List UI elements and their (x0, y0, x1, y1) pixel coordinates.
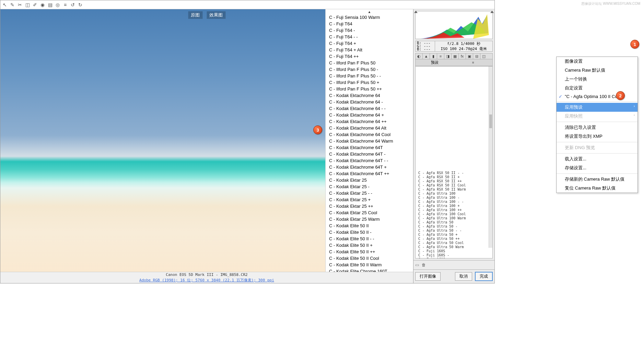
preset-item[interactable]: C - Kodak Elite 50 II + (326, 242, 413, 248)
preset-list-item[interactable]: C - Agfa Ultra 50 - - (416, 229, 492, 233)
preset-list-item[interactable]: C - Fuji 160S - (416, 253, 492, 257)
tab-split-icon[interactable]: ◨ (444, 53, 452, 59)
preset-list-item[interactable]: C - Agfa Ultra 50 - (416, 225, 492, 229)
preset-list-item[interactable]: C - Agfa Ultra 100 + (416, 204, 492, 208)
preset-list-item[interactable]: C - Agfa Ultra 100 ++ (416, 208, 492, 212)
preset-item[interactable]: C - Kodak Elite 50 II (326, 222, 413, 229)
preset-item[interactable]: C - Kodak Ektachrome 64 - (326, 99, 413, 105)
preset-item[interactable]: C - Kodak Elite 50 II Cool (326, 255, 413, 262)
rotate-cw-icon[interactable]: ↻ (78, 2, 83, 8)
preset-list-item[interactable]: C - Agfa RSX 50 II - - (416, 171, 492, 175)
pointer-icon[interactable]: ↖ (2, 2, 8, 8)
preset-item[interactable]: C - Kodak Ektar 25 + (326, 196, 413, 203)
preset-list-item[interactable]: C - Fuji 160S (416, 249, 492, 253)
preset-item[interactable]: C - Kodak Ektachrome 64 - - (326, 105, 413, 112)
tab-fx-icon[interactable]: fx (459, 53, 466, 59)
target-icon[interactable]: ◎ (55, 2, 60, 8)
crop-icon[interactable]: ✂ (17, 2, 23, 8)
preset-item[interactable]: C - Ilford Pan F Plus 50 + (326, 79, 413, 86)
brush-icon[interactable]: ✐ (32, 2, 38, 8)
preset-item[interactable]: C - Kodak Ektachrome 64 Cool (326, 131, 413, 138)
menu-load-settings[interactable]: 载入设置... (557, 155, 638, 163)
preset-list-item[interactable]: C - Agfa Ultra 50 ++ (416, 237, 492, 241)
preset-list-item[interactable]: C - Agfa Ultra 50 (416, 220, 492, 225)
preset-item[interactable]: C - Ilford Pan F Plus 50 ++ (326, 86, 413, 92)
preset-item[interactable]: C - Kodak Ektachrome 64T (326, 144, 413, 151)
preset-list-item[interactable]: C - Agfa RSX 50 II + (416, 175, 492, 179)
tab-curve-icon[interactable]: ▲ (423, 53, 430, 59)
menu-current-preset[interactable]: ✓"C - Agfa Optima 100 II Cool" (557, 93, 638, 100)
preset-item[interactable]: C - Kodak Ektar 25 ++ (326, 203, 413, 209)
done-button[interactable]: 完成 (475, 272, 493, 281)
preset-item[interactable]: C - Kodak Ektachrome 64 Alt (326, 125, 413, 131)
preset-item[interactable]: C - Fuji T64 - - (326, 34, 413, 40)
tab-lens-icon[interactable]: ▦ (452, 53, 459, 59)
straighten-icon[interactable]: ◫ (25, 2, 30, 8)
scroll-up-icon[interactable]: ▲ (326, 9, 413, 14)
preset-item[interactable]: C - Kodak Ektachrome 64T - - (326, 157, 413, 164)
tab-detail-icon[interactable]: ▮ (430, 53, 437, 59)
preset-list-item[interactable]: C - Agfa Ultra 100 Warm (416, 216, 492, 220)
preset-item[interactable]: C - Kodak Ektar 25 (326, 177, 413, 183)
tab-hsl-icon[interactable]: ≡ (437, 53, 444, 59)
menu-image-settings[interactable]: 图像设置 (557, 57, 638, 66)
preset-item[interactable]: C - Kodak Ektar 25 - - (326, 190, 413, 196)
preset-item[interactable]: C - Kodak Elite 50 II - (326, 229, 413, 235)
preset-list-item[interactable]: C - Agfa Ultra 100 (416, 192, 492, 196)
preset-item[interactable]: C - Fuji T64 ++ (326, 53, 413, 60)
preset-item[interactable]: C - Ilford Pan F Plus 50 - - (326, 73, 413, 79)
menu-reset-defaults[interactable]: 复位 Camera Raw 默认值 (557, 184, 638, 193)
preset-list-item[interactable]: C - Fuji 160S - - (416, 257, 492, 258)
cancel-button[interactable]: 取消 (455, 272, 472, 281)
preset-item[interactable]: C - Kodak Ektachrome 64 ++ (326, 118, 413, 125)
preset-item[interactable]: C - Ilford Pan F Plus 50 (326, 60, 413, 66)
preset-item[interactable]: C - Fuji T64 + Alt (326, 47, 413, 53)
tab-snap-icon[interactable]: ◫ (480, 53, 487, 59)
redeye-icon[interactable]: ◉ (40, 2, 45, 8)
preset-list-item[interactable]: C - Agfa Ultra 50 Warm (416, 245, 492, 249)
tab-basic-icon[interactable]: ◐ (416, 53, 423, 59)
preset-item[interactable]: C - Fuji T64 (326, 21, 413, 27)
preset-item[interactable]: C - Kodak Ektar 25 - (326, 183, 413, 190)
highlight-clip-icon[interactable] (490, 11, 494, 13)
menu-apply-snapshot[interactable]: 应用快照› (557, 112, 638, 121)
tab-preset-icon[interactable]: ⊟ (473, 53, 480, 59)
preset-item[interactable]: C - Fuji T64 - (326, 27, 413, 34)
preset-item[interactable]: C - Kodak Ektar 25 Warm (326, 216, 413, 222)
preset-item[interactable]: C - Kodak Ektachrome 64 Warm (326, 138, 413, 144)
preset-list-item[interactable]: C - Agfa Ultra 100 - (416, 196, 492, 200)
preset-list-item[interactable]: C - Agfa Ultra 50 + (416, 233, 492, 237)
preset-list[interactable]: C - Agfa RSX 50 II - -C - Agfa RSX 50 II… (415, 66, 493, 258)
preset-item[interactable]: C - Kodak Ektachrome 64 + (326, 112, 413, 118)
preset-item[interactable]: C - Ilford Pan F Plus 50 - (326, 66, 413, 73)
preset-item[interactable]: C - Kodak Elite 50 II - - (326, 235, 413, 242)
new-preset-icon[interactable]: ▭ (415, 263, 419, 267)
tab-camera-icon[interactable]: ▣ (466, 53, 473, 59)
preset-list-item[interactable]: C - Agfa RSX 50 II Cool (416, 183, 492, 187)
eyedrop-icon[interactable]: ✎ (10, 2, 15, 8)
preset-item[interactable]: C - Fuji T64 + (326, 40, 413, 47)
preset-item[interactable]: C - Kodak Elite 50 II ++ (326, 248, 413, 255)
preset-list-item[interactable]: C - Agfa Ultra 50 Cool (416, 241, 492, 245)
menu-prev-conversion[interactable]: 上一个转换 (557, 75, 638, 84)
preset-list-item[interactable]: C - Agfa RSX 50 II Warm (416, 187, 492, 192)
preset-item[interactable]: C - Kodak Ektachrome 64T - (326, 151, 413, 157)
preset-item[interactable]: C - Kodak Elite 50 II Warm (326, 262, 413, 268)
menu-save-settings[interactable]: 存储设置... (557, 163, 638, 172)
menu-custom-settings[interactable]: 自定设置 (557, 84, 638, 93)
shadow-clip-icon[interactable] (414, 11, 418, 13)
delete-preset-icon[interactable]: 🗑 (422, 263, 426, 267)
preset-list-item[interactable]: C - Agfa Ultra 100 - - (416, 200, 492, 204)
preset-list-item[interactable]: C - Agfa Ultra 100 Cool (416, 212, 492, 216)
image-canvas[interactable]: 原图 效果图 ▲ C - Fuji Sensia 100 WarmC - Fuj… (0, 9, 413, 272)
open-image-button[interactable]: 打开图像 (415, 272, 441, 281)
scrollbar[interactable] (489, 66, 492, 248)
list-icon[interactable]: ≡ (62, 2, 68, 8)
menu-apply-preset[interactable]: 应用预设› (557, 103, 638, 112)
preset-item[interactable]: C - Kodak Ektachrome 64T ++ (326, 170, 413, 177)
color-profile-link[interactable]: Adobe RGB (1998); 16 位; 5760 x 3840 (22.… (0, 278, 413, 283)
panel-menu-icon[interactable]: ≡ (454, 61, 492, 64)
preset-item[interactable]: C - Kodak Ektachrome 64T + (326, 164, 413, 170)
menu-raw-defaults[interactable]: Camera Raw 默认值 (557, 66, 638, 75)
prefs-icon[interactable]: ▤ (47, 2, 53, 8)
